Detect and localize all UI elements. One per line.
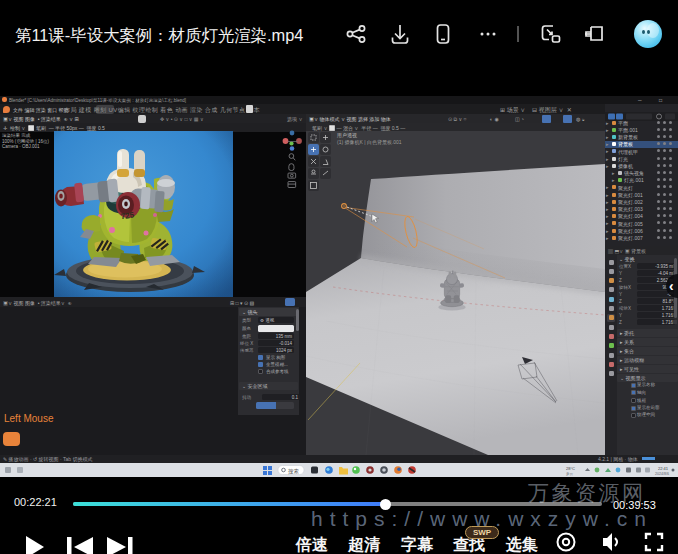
svg-text:用户透视: 用户透视: [336, 132, 357, 139]
svg-text:(1) 摄像机K | 白色背景板.001: (1) 摄像机K | 白色背景板.001: [337, 139, 402, 146]
svg-text:多云: 多云: [566, 472, 574, 476]
svg-text:22:41: 22:41: [658, 466, 669, 471]
svg-text:2024/8/6: 2024/8/6: [655, 472, 669, 476]
svg-text:28°C: 28°C: [566, 466, 575, 471]
svg-text:搜索: 搜索: [288, 468, 299, 475]
